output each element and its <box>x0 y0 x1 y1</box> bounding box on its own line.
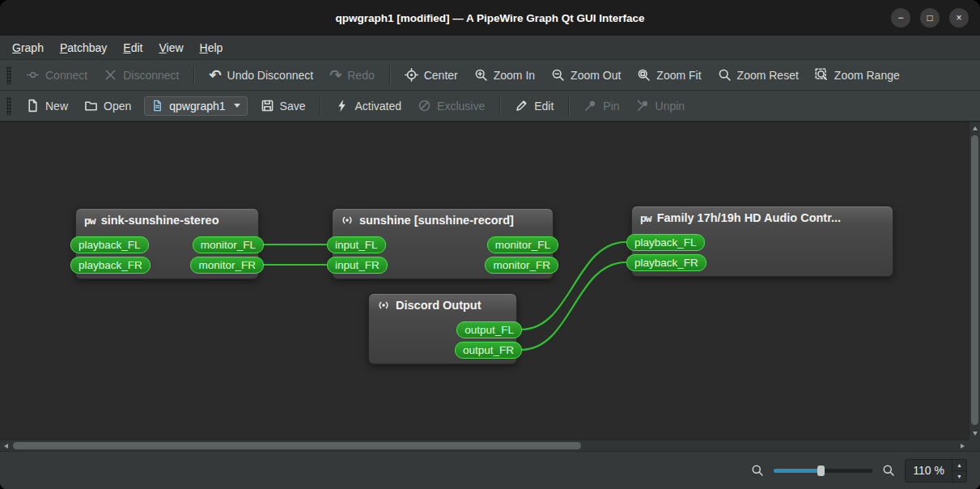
menubar: Graph Patchbay Edit View Help <box>0 36 980 60</box>
center-button[interactable]: Center <box>397 64 465 86</box>
zoom-slider-fill <box>774 469 821 473</box>
connect-button[interactable]: Connect <box>19 64 95 86</box>
exclusive-icon <box>418 99 431 113</box>
zoom-range-button[interactable]: Zoom Range <box>808 64 907 86</box>
port-monitor-fl[interactable]: monitor_FL <box>193 236 264 253</box>
toolbar-separator <box>389 66 390 84</box>
pin-button[interactable]: Pin <box>576 95 626 117</box>
graph-scene[interactable]: pw sink-sunshine-stereo playback_FL moni… <box>0 122 969 440</box>
maximize-icon: □ <box>927 13 932 23</box>
pipewire-icon: pw <box>640 212 651 224</box>
toolbar-separator <box>320 97 320 115</box>
port-playback-fr[interactable]: playback_FR <box>70 257 151 274</box>
undo-disconnect-button[interactable]: ↶ Undo Disconnect <box>202 65 320 86</box>
stream-icon <box>341 214 354 227</box>
unpin-button[interactable]: Unpin <box>629 95 693 117</box>
zoom-in-button[interactable]: Zoom In <box>467 64 542 86</box>
disconnect-button[interactable]: Disconnect <box>96 64 186 86</box>
vertical-scrollbar[interactable] <box>969 122 980 440</box>
graph-toolbar: Connect Disconnect ↶ Undo Disconnect ↷ R… <box>0 60 980 91</box>
zoom-slider-icon <box>751 464 764 477</box>
toolbar-grip[interactable] <box>6 97 11 115</box>
save-icon <box>261 99 274 113</box>
port-monitor-fl[interactable]: monitor_FL <box>487 236 558 253</box>
spin-up-button[interactable]: ▲ <box>952 460 966 471</box>
close-icon: × <box>956 13 961 23</box>
menu-patchbay[interactable]: Patchbay <box>53 39 114 57</box>
menu-help[interactable]: Help <box>193 39 231 57</box>
patchbay-file-icon <box>151 100 163 112</box>
zoom-slider-handle[interactable] <box>817 466 825 476</box>
pipewire-icon: pw <box>84 215 95 227</box>
node-family-hd-audio[interactable]: pw Family 17h/19h HD Audio Contr... play… <box>631 206 893 277</box>
menu-graph[interactable]: Graph <box>5 39 51 57</box>
zoom-out-icon <box>551 68 565 82</box>
port-monitor-fr[interactable]: monitor_FR <box>190 257 264 274</box>
unpin-icon <box>636 99 650 113</box>
chevron-down-icon <box>234 104 240 108</box>
vertical-scrollbar-thumb[interactable] <box>971 135 978 425</box>
zoom-slider[interactable] <box>774 464 872 477</box>
zoom-out-button[interactable]: Zoom Out <box>544 64 628 86</box>
zoom-fit-icon <box>637 68 651 82</box>
new-file-icon <box>26 99 40 113</box>
toolbar-grip[interactable] <box>6 66 11 84</box>
port-monitor-fr[interactable]: monitor_FR <box>485 257 558 274</box>
titlebar[interactable]: qpwgraph1 [modified] — A PipeWire Graph … <box>0 0 980 36</box>
connection-wires <box>0 122 969 440</box>
port-output-fl[interactable]: output_FL <box>456 321 522 338</box>
node-header: Discord Output <box>369 294 516 312</box>
toolbar-separator <box>193 66 194 84</box>
activated-button[interactable]: Activated <box>328 95 409 117</box>
maximize-button[interactable]: □ <box>920 8 940 28</box>
node-title: Discord Output <box>396 299 482 312</box>
graph-canvas[interactable]: pw sink-sunshine-stereo playback_FL moni… <box>0 121 980 451</box>
save-button[interactable]: Save <box>253 95 313 117</box>
center-icon <box>405 68 418 82</box>
exclusive-button[interactable]: Exclusive <box>410 95 492 117</box>
patchbay-selector[interactable]: qpwgraph1 <box>144 96 247 116</box>
minimize-button[interactable]: − <box>891 8 910 28</box>
port-playback-fl[interactable]: playback_FL <box>70 236 149 253</box>
zoom-spinbox[interactable]: 110 % ▲ ▼ <box>905 459 967 483</box>
close-button[interactable]: × <box>949 8 969 28</box>
node-header: sunshine [sunshine-record] <box>333 209 553 227</box>
horizontal-scrollbar-thumb[interactable] <box>13 442 581 449</box>
port-input-fr[interactable]: input_FR <box>327 257 388 274</box>
minimize-icon: − <box>897 13 903 23</box>
open-button[interactable]: Open <box>77 95 138 117</box>
app-window: qpwgraph1 [modified] — A PipeWire Graph … <box>0 0 980 489</box>
port-playback-fl[interactable]: playback_FL <box>626 234 705 251</box>
node-title: Family 17h/19h HD Audio Contr... <box>657 211 841 224</box>
zoom-spin-buttons: ▲ ▼ <box>952 460 966 482</box>
undo-icon: ↶ <box>209 69 221 82</box>
spin-down-button[interactable]: ▼ <box>952 471 966 482</box>
redo-button[interactable]: ↷ Redo <box>322 65 382 86</box>
patchbay-selector-value: qpwgraph1 <box>169 100 225 113</box>
node-discord-output[interactable]: Discord Output output_FL output_FR <box>368 293 517 364</box>
zoom-level-icon <box>882 464 895 477</box>
menu-view[interactable]: View <box>151 39 190 57</box>
node-sink-sunshine-stereo[interactable]: pw sink-sunshine-stereo playback_FL moni… <box>75 208 259 279</box>
scroll-up-icon[interactable] <box>973 126 978 130</box>
disconnect-icon <box>104 68 117 82</box>
scroll-right-icon[interactable] <box>961 444 965 449</box>
port-output-fr[interactable]: output_FR <box>455 342 522 359</box>
zoom-reset-button[interactable]: Zoom Reset <box>711 64 806 86</box>
patchbay-toolbar: New Open qpwgraph1 Save Activated Exclus… <box>0 91 980 121</box>
scroll-left-icon[interactable] <box>4 444 8 449</box>
node-title: sink-sunshine-stereo <box>101 214 219 227</box>
horizontal-scrollbar[interactable] <box>0 440 969 451</box>
zoom-fit-button[interactable]: Zoom Fit <box>630 64 708 86</box>
port-input-fl[interactable]: input_FL <box>327 236 386 253</box>
node-sunshine-record[interactable]: sunshine [sunshine-record] input_FL moni… <box>332 208 554 279</box>
edit-button[interactable]: Edit <box>507 95 561 117</box>
port-playback-fr[interactable]: playback_FR <box>626 254 706 271</box>
node-header: pw Family 17h/19h HD Audio Contr... <box>632 206 893 224</box>
menu-edit[interactable]: Edit <box>116 39 150 57</box>
new-button[interactable]: New <box>19 95 75 117</box>
scroll-down-icon[interactable] <box>973 432 978 436</box>
open-folder-icon <box>84 99 98 113</box>
zoom-spinbox-value[interactable]: 110 % <box>906 460 952 482</box>
stream-icon <box>377 299 390 312</box>
